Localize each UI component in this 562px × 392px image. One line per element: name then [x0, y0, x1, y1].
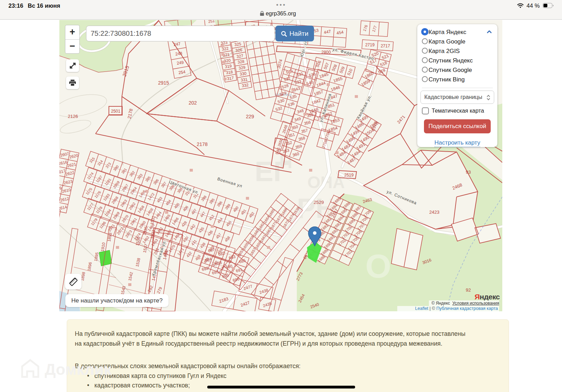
svg-text:248: 248: [175, 51, 183, 57]
svg-text:249: 249: [176, 60, 184, 66]
svg-text:2178: 2178: [197, 141, 208, 147]
svg-text:93: 93: [466, 170, 471, 175]
svg-text:2719: 2719: [365, 42, 375, 47]
svg-text:О: О: [365, 247, 391, 285]
svg-text:247: 247: [173, 41, 181, 47]
svg-text:2423: 2423: [429, 210, 439, 215]
svg-text:92: 92: [466, 287, 471, 293]
svg-text:2529: 2529: [314, 200, 324, 205]
svg-text:2126: 2126: [68, 114, 78, 119]
svg-text:2915: 2915: [158, 80, 169, 86]
svg-text:202: 202: [189, 100, 197, 106]
svg-text:254: 254: [178, 69, 186, 75]
svg-text:2800: 2800: [321, 50, 331, 55]
svg-text:2717: 2717: [381, 44, 390, 48]
svg-text:2519: 2519: [344, 173, 354, 178]
svg-text:2501: 2501: [111, 109, 120, 114]
svg-text:229: 229: [246, 114, 254, 119]
